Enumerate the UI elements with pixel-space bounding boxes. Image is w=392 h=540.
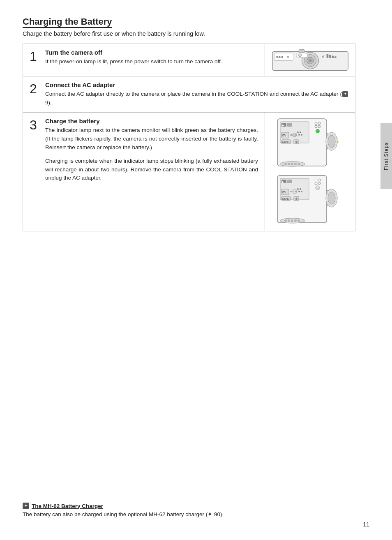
step-2-box: 2 Connect the AC adapter Connect the AC …	[23, 76, 355, 113]
sidebar-label: First Steps	[380, 123, 392, 189]
step-1-heading: Turn the camera off	[45, 49, 258, 56]
svg-point-27	[298, 134, 300, 136]
svg-point-40	[288, 163, 290, 165]
step-1-body: If the power-on lamp is lit, press the p…	[45, 58, 258, 66]
svg-point-7	[309, 59, 311, 62]
svg-point-9	[298, 54, 301, 57]
footer-note-title: ✦ The MH-62 Battery Charger	[23, 503, 359, 509]
svg-point-77	[328, 192, 335, 204]
svg-text:MENU: MENU	[282, 141, 290, 143]
svg-point-57	[300, 188, 301, 190]
svg-point-71	[288, 219, 290, 222]
svg-point-73	[295, 219, 297, 222]
step-3-body1: The indicator lamp next to the camera mo…	[45, 126, 258, 152]
footer-note-body: The battery can also be charged using th…	[23, 511, 359, 517]
svg-point-68	[316, 186, 320, 190]
svg-text:MODE: MODE	[290, 134, 297, 136]
page-subtitle: Charge the battery before first use or w…	[23, 30, 355, 37]
svg-point-58	[298, 191, 300, 192]
svg-point-26	[300, 132, 301, 133]
step-3-images: ▶ m MODE MENU 🗑	[265, 113, 355, 231]
step-3-number: 3	[30, 118, 41, 226]
svg-point-39	[285, 163, 287, 165]
step-3-heading: Charge the battery	[45, 118, 258, 125]
step-2-number: 2	[30, 82, 41, 107]
svg-rect-19	[287, 123, 292, 127]
svg-text:MENU: MENU	[282, 198, 290, 200]
svg-point-41	[291, 163, 293, 165]
svg-point-46	[328, 135, 335, 148]
svg-rect-15	[299, 50, 304, 53]
svg-text:🗑: 🗑	[295, 197, 298, 200]
svg-rect-8	[296, 53, 307, 58]
step-1-number: 1	[30, 50, 41, 71]
svg-point-42	[295, 163, 297, 165]
step-3-box: 3 Charge the battery The indicator lamp …	[23, 113, 355, 231]
svg-rect-50	[287, 180, 292, 183]
svg-point-56	[297, 188, 299, 190]
page-number: 11	[363, 521, 369, 528]
svg-point-59	[301, 191, 302, 192]
step-2-heading: Connect the AC adapter	[45, 81, 348, 88]
svg-text:m: m	[282, 133, 286, 137]
svg-rect-13	[332, 55, 334, 58]
footer-note: ✦ The MH-62 Battery Charger The battery …	[23, 503, 359, 517]
svg-point-70	[285, 219, 287, 222]
step-2-body: Connect the AC adapter directly to the c…	[45, 90, 348, 107]
svg-text:🗑: 🗑	[295, 141, 298, 143]
footer-ref: ✦	[208, 511, 212, 517]
svg-point-43	[298, 163, 300, 165]
svg-text:0000: 0000	[276, 55, 282, 59]
step-1-box: 1 Turn the camera off If the power-on la…	[23, 44, 355, 76]
svg-text:m: m	[282, 190, 286, 194]
svg-point-72	[291, 219, 293, 222]
svg-text:⊙: ⊙	[286, 55, 289, 59]
svg-rect-14	[334, 56, 337, 58]
svg-point-25	[297, 132, 299, 133]
step-3-body2: Charging is complete when the indicator …	[45, 157, 258, 183]
svg-point-74	[298, 219, 300, 222]
svg-text:W: W	[322, 55, 325, 58]
svg-point-37	[316, 129, 320, 133]
step2-ref: ✦	[342, 91, 348, 97]
svg-rect-12	[329, 55, 331, 58]
step-1-image: 0000 ⊙ W	[265, 44, 355, 76]
page-title: Charging the Battery	[23, 16, 112, 28]
svg-rect-11	[326, 54, 328, 58]
svg-text:MODE: MODE	[290, 190, 297, 193]
svg-point-28	[301, 134, 302, 136]
footer-ref-icon: ✦	[23, 503, 29, 509]
